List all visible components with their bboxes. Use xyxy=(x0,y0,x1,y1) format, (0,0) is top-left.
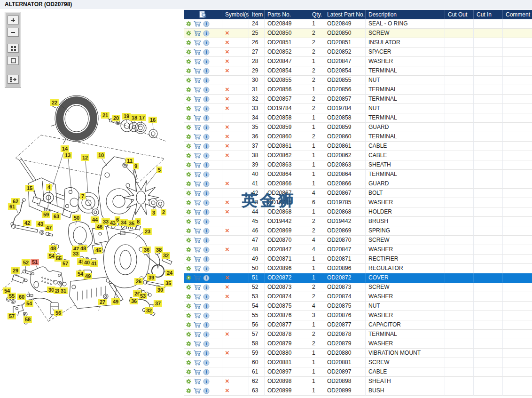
add-to-cart-icon[interactable] xyxy=(194,388,201,394)
part-label-34[interactable]: 34 xyxy=(119,219,128,226)
part-label-30[interactable]: 30 xyxy=(156,287,164,293)
table-row-item-36[interactable]: i×36OD208602OD20860TERMINAL xyxy=(184,132,532,142)
part-label-19[interactable]: 19 xyxy=(122,113,131,119)
table-row-item-42[interactable]: i42OD208674OD20867BOLT xyxy=(184,189,532,198)
part-label-2[interactable]: 2 xyxy=(161,209,166,215)
table-row-item-37[interactable]: i×37OD208611OD20861CABLE xyxy=(184,142,532,151)
settings-gear-icon[interactable] xyxy=(186,199,192,206)
table-row-item-59[interactable]: i×59OD208801OD20880VIBRATION MOUNT xyxy=(184,349,532,358)
settings-gear-icon[interactable] xyxy=(186,378,192,384)
settings-gear-icon[interactable] xyxy=(186,143,192,149)
settings-gear-icon[interactable] xyxy=(186,152,192,159)
info-icon[interactable]: i xyxy=(203,256,210,263)
settings-gear-icon[interactable] xyxy=(186,190,192,196)
add-to-cart-icon[interactable] xyxy=(194,143,201,149)
add-to-cart-icon[interactable] xyxy=(194,124,201,130)
add-to-cart-icon[interactable] xyxy=(194,256,201,262)
settings-gear-icon[interactable] xyxy=(186,228,192,234)
part-label-45[interactable]: 45 xyxy=(94,247,102,254)
part-label-23[interactable]: 23 xyxy=(143,228,152,235)
settings-gear-icon[interactable] xyxy=(186,134,192,140)
table-row-item-45[interactable]: i45OD194422OD19442BRUSH xyxy=(184,217,532,226)
part-label-36[interactable]: 36 xyxy=(130,298,138,304)
add-to-cart-icon[interactable] xyxy=(194,30,201,36)
settings-gear-icon[interactable] xyxy=(186,68,192,74)
info-icon[interactable]: i xyxy=(203,378,210,385)
col-comment[interactable]: Comment xyxy=(503,10,532,19)
zoom-out-button[interactable] xyxy=(8,28,19,37)
settings-gear-icon[interactable] xyxy=(186,256,192,262)
add-to-cart-icon[interactable] xyxy=(194,322,201,328)
info-icon[interactable]: i xyxy=(203,21,210,27)
info-icon[interactable]: i xyxy=(203,58,210,65)
settings-gear-icon[interactable] xyxy=(186,341,192,347)
part-label-32[interactable]: 32 xyxy=(145,307,153,314)
settings-gear-icon[interactable] xyxy=(186,21,192,27)
part-label-24[interactable]: 24 xyxy=(165,270,174,276)
add-to-cart-icon[interactable] xyxy=(194,49,201,55)
part-label-43[interactable]: 43 xyxy=(36,221,45,227)
info-icon[interactable]: i xyxy=(203,209,210,215)
table-row-item-44[interactable]: i×44OD208681OD20868HOLDER xyxy=(184,207,532,217)
info-icon[interactable]: i xyxy=(203,171,210,178)
table-row-item-38[interactable]: i×38OD208621OD20862CABLE xyxy=(184,151,532,160)
add-to-cart-icon[interactable] xyxy=(194,275,201,281)
toggle-panel-button[interactable] xyxy=(8,75,19,84)
part-label-3[interactable]: 3 xyxy=(151,209,156,216)
add-to-cart-icon[interactable] xyxy=(194,162,201,168)
table-row-item-33[interactable]: i×33OD197842OD19784NUT xyxy=(184,104,532,113)
part-label-26[interactable]: 26 xyxy=(134,278,143,285)
part-label-10[interactable]: 10 xyxy=(97,152,105,159)
settings-gear-icon[interactable] xyxy=(186,209,192,215)
part-label-21[interactable]: 21 xyxy=(101,112,110,119)
table-row-item-48[interactable]: i×48OD208474OD20847WASHER xyxy=(184,245,532,255)
table-row-item-41[interactable]: i×41OD208661OD20866GUARD xyxy=(184,179,532,189)
info-icon[interactable]: i xyxy=(203,312,210,319)
add-to-cart-icon[interactable] xyxy=(194,209,201,215)
part-label-49[interactable]: 49 xyxy=(84,273,92,279)
table-row-item-52[interactable]: i×52OD208732OD20873SCREW xyxy=(184,283,532,292)
part-label-7[interactable]: 7 xyxy=(80,193,86,199)
part-label-53[interactable]: 53 xyxy=(139,293,147,299)
part-label-52[interactable]: 52 xyxy=(22,259,30,266)
info-icon[interactable]: i xyxy=(203,134,210,140)
add-to-cart-icon[interactable] xyxy=(194,152,201,159)
table-row-item-58[interactable]: i58OD208792OD20879WASHER xyxy=(184,339,532,349)
part-label-35[interactable]: 35 xyxy=(164,280,172,287)
settings-gear-icon[interactable] xyxy=(186,162,192,168)
info-icon[interactable]: i xyxy=(203,369,210,375)
part-label-14[interactable]: 14 xyxy=(61,145,69,152)
info-icon[interactable]: i xyxy=(203,199,210,206)
col-latest-part-no[interactable]: Latest Part No. xyxy=(324,10,366,19)
table-row-item-26[interactable]: i×26OD208512OD20851INSULATOR xyxy=(184,38,532,48)
part-label-16[interactable]: 16 xyxy=(149,117,157,123)
part-label-32[interactable]: 32 xyxy=(162,252,170,259)
add-to-cart-icon[interactable] xyxy=(194,77,201,83)
table-row-item-28[interactable]: i×28OD208471OD20847WASHER xyxy=(184,57,532,66)
col-parts-no[interactable]: Parts No. xyxy=(265,10,309,19)
settings-gear-icon[interactable] xyxy=(186,30,192,36)
settings-gear-icon[interactable] xyxy=(186,265,192,271)
settings-gear-icon[interactable] xyxy=(186,171,192,177)
part-label-47[interactable]: 47 xyxy=(45,224,53,231)
info-icon[interactable]: i xyxy=(203,30,210,37)
settings-gear-icon[interactable] xyxy=(186,359,192,366)
table-row-item-46[interactable]: i×46OD208692OD20869SPRING xyxy=(184,226,532,236)
col-cut-out[interactable]: Cut Out xyxy=(445,10,474,19)
part-label-50[interactable]: 50 xyxy=(72,215,81,221)
add-to-cart-icon[interactable] xyxy=(194,190,201,196)
add-to-cart-icon[interactable] xyxy=(194,171,201,177)
add-to-cart-icon[interactable] xyxy=(194,105,201,111)
table-row-item-27[interactable]: i×27OD208522OD20852SPACER xyxy=(184,48,532,57)
part-label-31[interactable]: 31 xyxy=(59,287,68,294)
part-label-36[interactable]: 36 xyxy=(142,247,151,253)
info-icon[interactable]: i xyxy=(203,359,210,366)
table-row-item-63[interactable]: i×63OD208991OD20899BUSH xyxy=(184,386,532,396)
table-row-item-31[interactable]: i×31OD208561OD20856TERMINAL xyxy=(184,85,532,95)
part-label-29[interactable]: 29 xyxy=(11,267,20,274)
table-row-item-51[interactable]: i×51OD208721OD20872COVER xyxy=(184,273,532,283)
settings-gear-icon[interactable] xyxy=(186,303,192,309)
part-label-48[interactable]: 48 xyxy=(79,245,87,252)
settings-gear-icon[interactable] xyxy=(186,58,192,64)
add-to-cart-icon[interactable] xyxy=(194,68,201,74)
